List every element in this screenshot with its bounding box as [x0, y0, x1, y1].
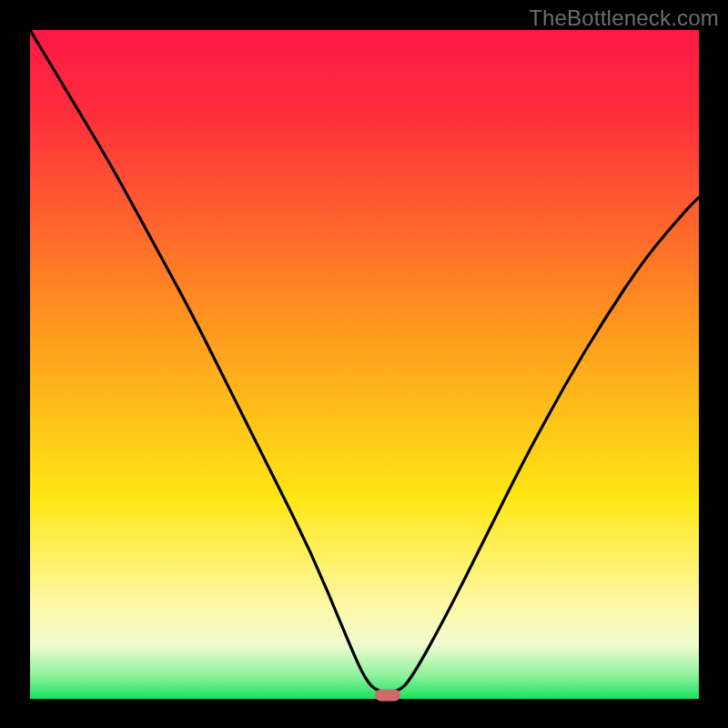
bottleneck-curve	[30, 30, 699, 699]
optimum-marker	[375, 690, 400, 702]
plot-area	[30, 30, 699, 699]
watermark-text: TheBottleneck.com	[529, 5, 719, 31]
chart-frame: TheBottleneck.com	[0, 0, 728, 728]
